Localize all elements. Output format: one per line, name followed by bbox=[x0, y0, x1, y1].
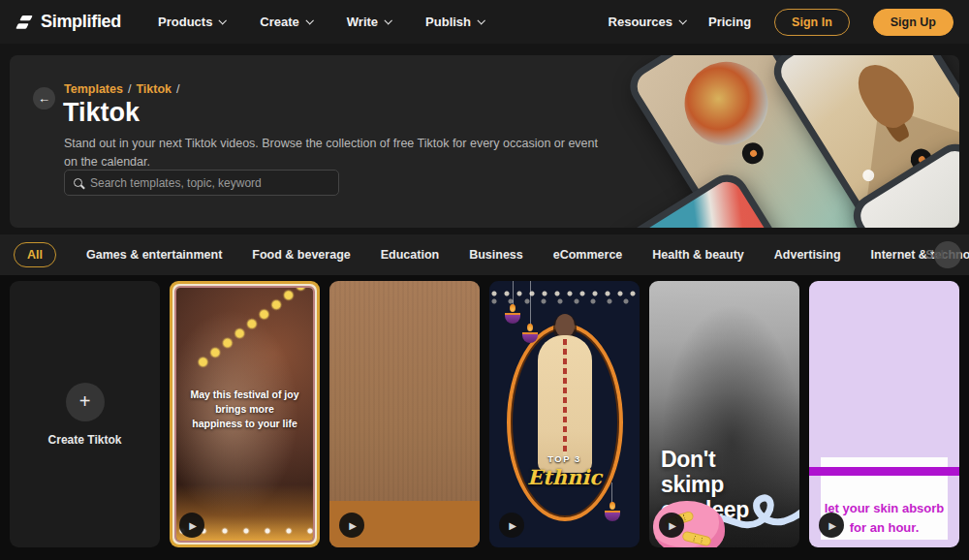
tab-food-beverage[interactable]: Food & beverage bbox=[252, 248, 350, 262]
template-search[interactable] bbox=[64, 170, 339, 196]
search-input[interactable] bbox=[90, 176, 329, 190]
play-icon: ▶ bbox=[828, 520, 836, 531]
tab-games-entertainment[interactable]: Games & entertainment bbox=[86, 248, 222, 262]
page-title: Tiktok bbox=[63, 98, 140, 128]
nav-item-products[interactable]: Products bbox=[158, 15, 225, 29]
play-button[interactable]: ▶ bbox=[339, 513, 364, 538]
tab-health-beauty[interactable]: Health & beauty bbox=[652, 248, 743, 262]
sign-in-button[interactable]: Sign In bbox=[774, 9, 850, 36]
model-figure bbox=[555, 314, 575, 337]
category-tabs: All Games & entertainment Food & beverag… bbox=[0, 234, 969, 275]
template-card-brown-texture[interactable]: ▶ bbox=[329, 281, 480, 547]
chevron-down-icon bbox=[478, 16, 485, 24]
template-card-diwali[interactable]: May this festival of joy brings more hap… bbox=[170, 281, 320, 547]
soup-bowl-image bbox=[669, 55, 784, 161]
magenta-stripe-decoration bbox=[809, 467, 959, 476]
tab-business[interactable]: Business bbox=[469, 248, 523, 262]
template-card-skincare[interactable]: let your skin absorb for an hour. ▶ bbox=[809, 281, 959, 547]
hanging-diya-icon bbox=[522, 327, 538, 343]
plus-icon: + bbox=[66, 383, 105, 421]
create-tiktok-card[interactable]: + Create Tiktok bbox=[10, 281, 160, 547]
brand-name: Simplified bbox=[41, 12, 121, 32]
template-card-sleep[interactable]: Don't skimp on sleep ▶ bbox=[649, 281, 799, 547]
diwali-caption: May this festival of joy brings more hap… bbox=[176, 388, 313, 432]
simplified-logo-icon bbox=[16, 13, 35, 32]
nav-item-pricing[interactable]: Pricing bbox=[708, 15, 751, 29]
play-icon: ▶ bbox=[349, 520, 357, 531]
tabs-scroll-right-button[interactable] bbox=[934, 241, 961, 268]
nav-item-create[interactable]: Create bbox=[260, 15, 311, 29]
chevron-down-icon bbox=[219, 16, 227, 24]
diwali-template-image: May this festival of joy brings more hap… bbox=[174, 286, 315, 543]
play-icon: ▶ bbox=[509, 520, 516, 531]
play-button[interactable]: ▶ bbox=[179, 513, 204, 538]
chevron-down-icon bbox=[305, 16, 313, 24]
hero-band: ← Templates/Tiktok/ Tiktok Stand out in … bbox=[0, 44, 969, 234]
play-icon: ▶ bbox=[189, 520, 197, 531]
ethnic-title: Ethnic bbox=[489, 465, 640, 489]
back-arrow-icon: ← bbox=[38, 91, 50, 106]
tab-advertising[interactable]: Advertising bbox=[774, 248, 841, 262]
primary-nav: Products Create Write Publish bbox=[158, 15, 484, 29]
breadcrumb-tiktok-link[interactable]: Tiktok bbox=[136, 82, 172, 96]
tab-education[interactable]: Education bbox=[381, 248, 439, 262]
tab-ecommerce[interactable]: eCommerce bbox=[553, 248, 623, 262]
chevron-down-icon bbox=[678, 16, 686, 24]
sign-up-button[interactable]: Sign Up bbox=[873, 9, 953, 36]
hanging-diya-icon bbox=[605, 506, 620, 521]
nav-item-resources[interactable]: Resources bbox=[609, 15, 685, 29]
hero-panel: ← Templates/Tiktok/ Tiktok Stand out in … bbox=[10, 55, 959, 228]
search-icon bbox=[74, 178, 82, 187]
template-card-ethnic[interactable]: TOP 3 Ethnic ▶ bbox=[489, 281, 640, 547]
nav-item-write[interactable]: Write bbox=[347, 15, 391, 29]
play-button[interactable]: ▶ bbox=[819, 513, 844, 538]
nav-item-publish[interactable]: Publish bbox=[425, 15, 484, 29]
bandaid-icon bbox=[681, 531, 712, 547]
diya-wire bbox=[530, 281, 531, 327]
ethnic-badge: TOP 3 bbox=[489, 453, 640, 464]
record-icon bbox=[738, 139, 767, 168]
breadcrumb: Templates/Tiktok/ bbox=[64, 82, 184, 96]
brand-logo[interactable]: Simplified bbox=[16, 12, 121, 32]
play-button[interactable]: ▶ bbox=[659, 513, 684, 538]
create-tiktok-label: Create Tiktok bbox=[48, 433, 122, 447]
secondary-nav: Resources Pricing Sign In Sign Up bbox=[609, 9, 953, 36]
play-icon: ▶ bbox=[669, 520, 676, 531]
outfit-trim-decoration bbox=[563, 339, 567, 455]
page-description: Stand out in your next Tiktok videos. Br… bbox=[64, 135, 607, 172]
template-grid: + Create Tiktok May this festival of joy… bbox=[0, 275, 969, 560]
hanging-diya-icon bbox=[505, 308, 520, 324]
back-button[interactable]: ← bbox=[33, 87, 55, 109]
breadcrumb-templates-link[interactable]: Templates bbox=[64, 82, 123, 96]
play-button[interactable]: ▶ bbox=[499, 513, 524, 538]
tab-all[interactable]: All bbox=[14, 242, 56, 267]
chevron-down-icon bbox=[385, 16, 392, 24]
top-navbar: Simplified Products Create Write Publish… bbox=[0, 0, 969, 44]
